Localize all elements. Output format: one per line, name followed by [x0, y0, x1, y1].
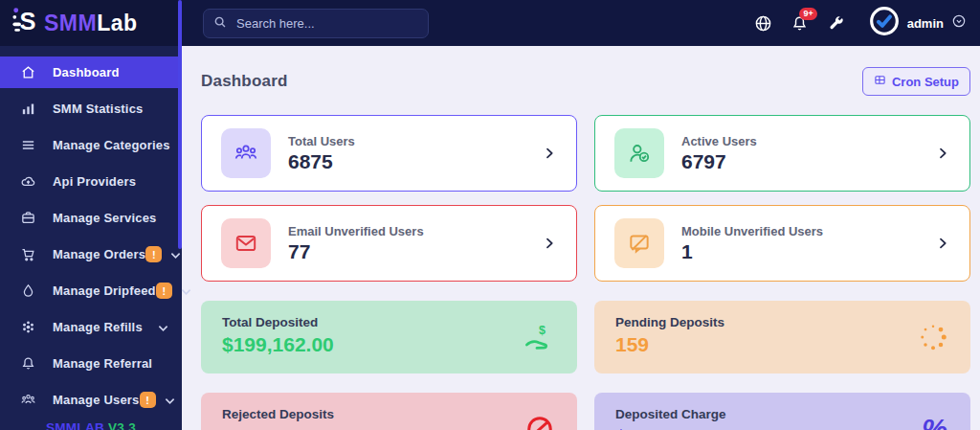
- sidebar-item-label: Dashboard: [53, 65, 120, 79]
- stat-value: 6875: [288, 150, 355, 173]
- sidebar-item-label: Manage Categories: [53, 138, 170, 152]
- page-title: Dashboard: [201, 72, 288, 91]
- briefcase-icon: [19, 210, 36, 226]
- language-globe-icon[interactable]: [754, 14, 772, 33]
- active-users-card[interactable]: Active Users 6797: [594, 115, 970, 192]
- topbar: S SMMLab 9+ admin: [0, 0, 980, 46]
- tools-wrench-icon[interactable]: [827, 14, 845, 33]
- prohibition-icon: [525, 415, 554, 430]
- sidebar-item-label: Manage Orders: [53, 247, 145, 261]
- sidebar-item-label: SMM Statistics: [53, 102, 144, 116]
- users-group-icon: [221, 128, 271, 178]
- search-input[interactable]: [203, 9, 429, 38]
- bar-chart-icon: [19, 101, 36, 117]
- bell-icon: [19, 355, 36, 372]
- chevron-down-icon: [165, 392, 175, 409]
- smmlab-logo-icon: S: [11, 5, 42, 41]
- cron-setup-button[interactable]: Cron Setup: [862, 67, 970, 96]
- user-menu[interactable]: admin: [869, 6, 967, 40]
- sidebar-item-manage-orders[interactable]: Manage Orders !: [0, 238, 182, 270]
- avatar: [869, 6, 900, 40]
- sidebar-item-dashboard[interactable]: Dashboard: [0, 57, 182, 88]
- email-unverified-users-card[interactable]: Email Unverified Users 77: [201, 205, 577, 282]
- droplet-icon: [19, 283, 36, 299]
- chevron-down-icon: [158, 319, 168, 336]
- sidebar-item-api-providers[interactable]: Api Providers: [0, 166, 182, 197]
- brand-logo[interactable]: S SMMLab: [0, 0, 182, 46]
- envelope-icon: [221, 218, 271, 268]
- sidebar-item-manage-dripfeed[interactable]: Manage Dripfeed !: [0, 275, 182, 306]
- search-bar: [203, 9, 429, 38]
- chevron-down-icon: [181, 283, 191, 300]
- stat-value: 6797: [681, 150, 757, 173]
- notification-count-badge: 9+: [799, 8, 816, 20]
- home-icon: [19, 64, 36, 80]
- user-dropdown-chevron-icon[interactable]: [951, 13, 967, 33]
- sidebar-scrollbar[interactable]: [178, 0, 182, 249]
- sidebar-item-label: Manage Refills: [53, 320, 143, 334]
- summary-label: Pending Deposits: [615, 315, 949, 329]
- user-check-icon: [614, 128, 664, 178]
- sidebar-item-manage-users[interactable]: Manage Users !: [0, 384, 182, 416]
- brand-name: SMMLab: [44, 11, 138, 36]
- list-icon: [19, 137, 36, 153]
- pending-deposits-card: Pending Deposits 159: [594, 301, 970, 373]
- chevron-right-icon[interactable]: [935, 236, 950, 251]
- sidebar-item-label: Manage Users: [53, 393, 140, 407]
- sidebar-item-label: Manage Referral: [53, 356, 152, 371]
- summary-value: 159: [615, 333, 949, 356]
- sidebar-item-manage-categories[interactable]: Manage Categories: [0, 129, 182, 161]
- stat-label: Email Unverified Users: [288, 224, 424, 238]
- sidebar-item-manage-services[interactable]: Manage Services: [0, 202, 182, 234]
- version-label: SMMLAB V3.3: [0, 420, 182, 430]
- sidebar-item-label: Manage Services: [53, 211, 157, 225]
- spinner-dots-icon: [919, 323, 947, 351]
- chat-slash-icon: [614, 218, 664, 268]
- chevron-right-icon[interactable]: [542, 146, 557, 161]
- alert-badge: !: [145, 246, 162, 262]
- total-deposited-card: Total Deposited $199,162.00 $: [201, 301, 577, 373]
- summary-value: $199,162.00: [222, 333, 556, 356]
- stat-value: 77: [288, 240, 424, 263]
- sidebar-item-manage-referral[interactable]: Manage Referral: [0, 348, 182, 379]
- sidebar-item-label: Api Providers: [53, 174, 136, 189]
- svg-text:$: $: [539, 324, 546, 337]
- total-users-card[interactable]: Total Users 6875: [201, 115, 577, 192]
- svg-text:S: S: [19, 8, 35, 34]
- summary-label: Total Deposited: [222, 315, 556, 329]
- stat-label: Active Users: [681, 134, 757, 148]
- rejected-deposits-card: Rejected Deposits 1: [201, 393, 577, 430]
- alert-badge: !: [140, 392, 156, 408]
- stat-label: Mobile Unverified Users: [681, 224, 823, 238]
- search-icon: [213, 15, 227, 33]
- summary-label: Rejected Deposits: [222, 407, 556, 421]
- summary-label: Deposited Charge: [615, 407, 949, 421]
- chevron-right-icon[interactable]: [542, 236, 557, 251]
- notifications-bell-icon[interactable]: 9+: [791, 14, 809, 33]
- stat-label: Total Users: [288, 134, 355, 148]
- stat-value: 1: [681, 240, 823, 263]
- chevron-right-icon[interactable]: [935, 146, 950, 161]
- sidebar-item-label: Manage Dripfeed: [53, 283, 156, 298]
- summary-value: $8,045.60: [615, 425, 949, 430]
- alert-badge: !: [156, 283, 172, 299]
- mobile-unverified-users-card[interactable]: Mobile Unverified Users 1: [594, 205, 970, 282]
- cart-icon: [19, 246, 36, 262]
- cloud-icon: [19, 173, 36, 190]
- deposited-charge-card: Deposited Charge $8,045.60 %: [594, 393, 970, 430]
- sidebar-item-manage-refills[interactable]: Manage Refills: [0, 311, 182, 343]
- hand-dollar-icon: $: [523, 323, 554, 351]
- summary-value: 1: [222, 425, 556, 430]
- sidebar: Dashboard SMM Statistics Manage Categori…: [0, 46, 182, 430]
- main-content: Dashboard Cron Setup Total Users 6875 Ac…: [182, 46, 980, 430]
- gear-icon: [19, 319, 36, 335]
- sidebar-item-smm-statistics[interactable]: SMM Statistics: [0, 93, 182, 124]
- users-icon: [19, 392, 36, 408]
- percent-icon: %: [922, 413, 947, 430]
- username-label: admin: [907, 16, 944, 31]
- grid-icon: [874, 74, 886, 89]
